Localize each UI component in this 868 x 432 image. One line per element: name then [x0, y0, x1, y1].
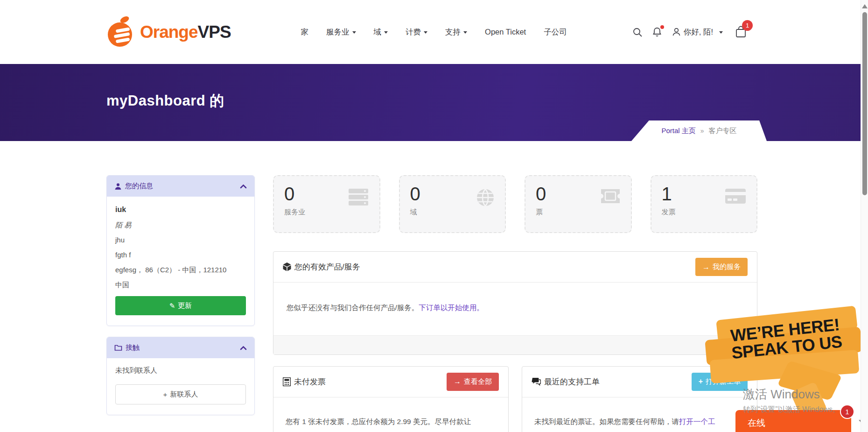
brand-logo[interactable]: OrangeVPS [106, 15, 231, 49]
no-contacts-text: 未找到联系人 [115, 366, 246, 375]
chevron-down-icon [463, 31, 467, 34]
client-address: egfesg， 86（C2） - 中国，121210 [115, 265, 246, 275]
chevron-up-icon [240, 346, 247, 350]
nav-item-open-ticket[interactable]: Open Ticket [485, 28, 526, 36]
user-icon [672, 27, 681, 37]
comments-icon [532, 377, 541, 386]
unpaid-invoices-body: 您有 1 张未付发票，总应付余额为 2.99 美元。尽早付款让 [273, 397, 508, 432]
credit-card-icon [725, 188, 746, 206]
view-all-invoices-button[interactable]: → 查看全部 [447, 373, 499, 391]
stat-card-tickets[interactable]: 0 票 [525, 175, 632, 233]
active-products-header: 您的有效产品/服务 → 我的服务 [273, 252, 757, 283]
place-order-link[interactable]: 下订单以开始使用。 [419, 304, 484, 312]
account-menu[interactable]: 你好, 陌! [672, 27, 723, 37]
plus-icon: + [699, 377, 703, 386]
orangevps-client-portal: OrangeVPS 家 服务业 域 计费 支持 Open Ticket 子公司 … [0, 0, 868, 432]
active-products-footer: 查看更多 [273, 335, 757, 354]
client-line4: fgth f [115, 250, 246, 260]
chat-unread-badge: 1 [840, 404, 854, 419]
hero-banner: myDashboard 的 Portal 主页 » 客户专区 [0, 64, 868, 141]
breadcrumb: Portal 主页 » 客户专区 [631, 120, 767, 141]
chevron-down-icon [424, 31, 427, 34]
no-tickets-text: 未找到最近的票证。如果您需要任何帮助，请 [534, 418, 679, 425]
stat-card-invoices[interactable]: 1 发票 [651, 175, 758, 233]
stats-row: 0 服务业 0 域 0 [273, 175, 757, 233]
arrow-right-icon: → [454, 377, 461, 386]
no-products-text: 您似乎还没有与我们合作任何产品/服务。 [287, 304, 419, 312]
panel-title: 您的有效产品/服务 [294, 262, 360, 272]
live-chat-button[interactable]: 在线 [735, 410, 851, 432]
breadcrumb-home-link[interactable]: Portal 主页 [661, 127, 695, 135]
plus-user-icon: + [163, 390, 168, 398]
header-icon-group: 你好, 陌! 1 [632, 26, 747, 38]
brush-stroke-tail [777, 361, 842, 400]
page-scrollbar[interactable] [861, 0, 868, 432]
client-name: iuk [115, 205, 246, 215]
recent-tickets-panel: 最近的支持工单 + 打开新工单 未找到最近的票证。如果您需要任何帮助，请打开一个… [522, 366, 757, 432]
content-area: 您的信息 iuk 陌 易 jhu fgth f egfesg， 86（C2） -… [106, 175, 757, 432]
client-line3: jhu [115, 235, 246, 245]
top-header: OrangeVPS 家 服务业 域 计费 支持 Open Ticket 子公司 … [0, 0, 868, 64]
chevron-down-icon [384, 31, 388, 34]
greeting-text: 你好, 陌! [684, 27, 713, 37]
my-services-button[interactable]: → 我的服务 [695, 258, 748, 276]
cube-icon [283, 262, 291, 271]
breadcrumb-separator: » [700, 127, 704, 135]
stat-card-domains[interactable]: 0 域 [399, 175, 506, 233]
contacts-panel-header[interactable]: 接触 [107, 337, 254, 358]
cart-icon[interactable]: 1 [735, 26, 747, 38]
main-nav: 家 服务业 域 计费 支持 Open Ticket 子公司 [301, 27, 567, 37]
your-info-panel: 您的信息 iuk 陌 易 jhu fgth f egfesg， 86（C2） -… [106, 175, 255, 326]
panel-title: 您的信息 [125, 182, 153, 191]
client-country: 中国 [115, 280, 246, 290]
cart-badge: 1 [742, 20, 753, 31]
orange-fruit-logo-icon [106, 15, 135, 49]
stat-label: 服务业 [284, 208, 369, 217]
recent-tickets-header: 最近的支持工单 + 打开新工单 [522, 367, 757, 397]
nav-item-services[interactable]: 服务业 [326, 27, 356, 37]
user-icon [114, 183, 122, 190]
main-column: 0 服务业 0 域 0 [273, 175, 757, 432]
arrow-right-icon: → [702, 263, 710, 271]
nav-item-home[interactable]: 家 [301, 27, 309, 37]
panel-title: 最近的支持工单 [544, 376, 600, 387]
active-products-body: 您似乎还没有与我们合作任何产品/服务。下订单以开始使用。 [273, 283, 757, 335]
pencil-icon: ✎ [169, 302, 175, 310]
brand-wordmark: OrangeVPS [140, 22, 231, 42]
notifications-bell-icon[interactable] [652, 27, 662, 37]
update-button[interactable]: ✎ 更新 [115, 296, 246, 315]
unpaid-invoices-text: 您有 1 张未付发票，总应付余额为 2.99 美元。尽早付款让 [286, 418, 471, 425]
chevron-down-icon [719, 31, 723, 34]
unpaid-invoices-panel: 未付发票 → 查看全部 您有 1 张未付发票，总应付余额为 2.99 美元。尽早… [273, 366, 509, 432]
notification-dot [660, 25, 664, 29]
page-title: myDashboard 的 [106, 91, 868, 111]
contacts-body: 未找到联系人 + 新联系人 [107, 358, 254, 415]
open-new-ticket-button[interactable]: + 打开新工单 [692, 373, 748, 391]
open-ticket-link[interactable]: 打开一个工 [679, 418, 715, 425]
stat-card-services[interactable]: 0 服务业 [273, 175, 380, 233]
nav-item-affiliates[interactable]: 子公司 [544, 27, 567, 37]
panel-title: 未付发票 [294, 376, 326, 387]
scrollbar-up-arrow[interactable] [862, 4, 868, 8]
nav-item-domains[interactable]: 域 [374, 27, 388, 37]
sidebar: 您的信息 iuk 陌 易 jhu fgth f egfesg， 86（C2） -… [106, 175, 255, 415]
scrollbar-thumb[interactable] [862, 12, 867, 195]
chevron-down-icon [352, 31, 356, 34]
your-info-body: iuk 陌 易 jhu fgth f egfesg， 86（C2） - 中国，1… [107, 197, 254, 326]
server-icon [348, 188, 369, 208]
search-icon[interactable] [632, 27, 643, 37]
unpaid-invoices-header: 未付发票 → 查看全部 [273, 367, 508, 397]
bottom-row: 未付发票 → 查看全部 您有 1 张未付发票，总应付余额为 2.99 美元。尽早… [273, 366, 757, 432]
calculator-icon [283, 377, 291, 386]
breadcrumb-current: 客户专区 [709, 127, 737, 135]
stat-label: 票 [536, 208, 621, 217]
nav-item-billing[interactable]: 计费 [406, 27, 427, 37]
view-more-link[interactable]: 查看更多 [721, 341, 748, 348]
recent-tickets-body: 未找到最近的票证。如果您需要任何帮助，请打开一个工 [522, 397, 757, 432]
your-info-panel-header[interactable]: 您的信息 [107, 176, 254, 197]
ticket-icon [600, 188, 621, 206]
folder-icon [114, 344, 122, 351]
nav-item-support[interactable]: 支持 [445, 27, 467, 37]
stat-label: 发票 [662, 208, 747, 217]
new-contact-button[interactable]: + 新联系人 [115, 384, 246, 404]
